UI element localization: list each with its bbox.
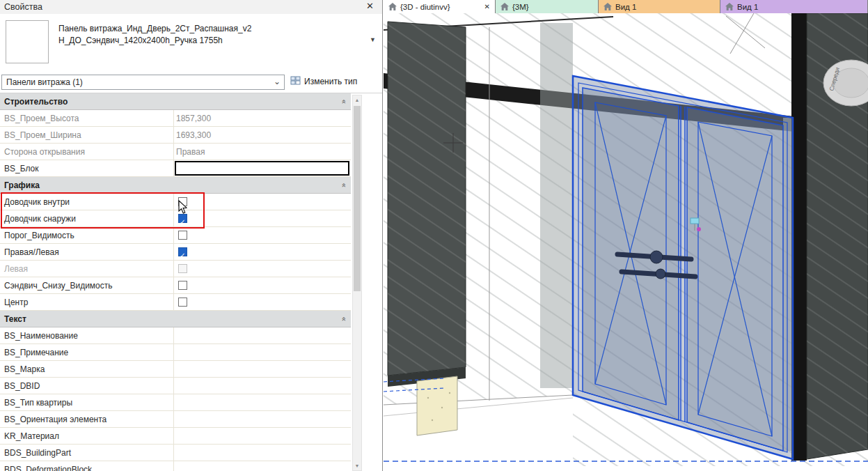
property-value[interactable]: 1693,300 [174, 127, 351, 143]
scrollbar-up-arrow-icon[interactable]: ▲ [353, 95, 361, 105]
property-row[interactable]: BS_Блок [0, 160, 351, 177]
selected-door-panel[interactable] [573, 76, 793, 459]
property-value[interactable] [174, 378, 351, 394]
collapse-chevron-icon[interactable]: » [339, 183, 347, 187]
property-label: Доводчик внутри [0, 194, 174, 210]
application-window: Свойства ✕ Панель витража_Инд_Дверь_2Ст_… [0, 0, 868, 471]
type-dropdown-arrow-icon[interactable]: ▼ [370, 36, 376, 43]
close-properties-icon[interactable]: ✕ [366, 1, 374, 11]
property-label: BDS_DeformationBlock [0, 461, 174, 471]
checkbox-unchecked[interactable] [178, 281, 187, 290]
section-label: Графика [4, 180, 40, 190]
property-value[interactable] [174, 261, 351, 277]
value-text: 1857,300 [176, 110, 211, 123]
property-value[interactable] [174, 227, 351, 243]
property-row[interactable]: BS_Проем_Ширина1693,300 [0, 127, 351, 144]
checkbox-unchecked [178, 264, 187, 273]
section-label: Строительство [4, 97, 68, 107]
property-row[interactable]: BS_Наименование [0, 327, 351, 344]
collapse-chevron-icon[interactable]: » [339, 99, 347, 103]
property-row[interactable]: BDS_BuildingPart [0, 445, 351, 461]
property-label: BS_Тип квартиры [0, 394, 174, 410]
property-value[interactable] [174, 428, 351, 444]
property-value[interactable]: ✓ [174, 244, 351, 260]
property-value[interactable] [174, 194, 351, 210]
view-tab-label: {3М} [512, 3, 529, 11]
section-header[interactable]: Текст» [0, 311, 351, 327]
property-label: Центр [0, 294, 174, 310]
property-value[interactable]: Правая [174, 144, 351, 160]
property-grid: Строительство»BS_Проем_Высота1857,300BS_… [0, 93, 351, 471]
type-name-line1: Панель витража_Инд_Дверь_2Ст_Распашная_v… [58, 23, 361, 35]
property-value[interactable] [174, 445, 351, 461]
bs-blok-input[interactable] [175, 161, 349, 176]
scrollbar-down-arrow-icon[interactable]: ▼ [353, 461, 361, 470]
view-tab-3[interactable]: Вид 1 [599, 0, 720, 13]
property-row[interactable]: BS_Марка [0, 361, 351, 378]
checkbox-checked[interactable]: ✓ [178, 247, 187, 256]
type-thumbnail [6, 20, 49, 63]
property-row[interactable]: BS_Примечание [0, 344, 351, 361]
section-header[interactable]: Графика» [0, 177, 351, 194]
property-label: BS_Примечание [0, 344, 174, 360]
property-value[interactable]: 1857,300 [174, 110, 351, 126]
view-tab-2[interactable]: {3М} [496, 0, 599, 13]
edit-type-label: Изменить тип [304, 77, 357, 86]
properties-title: Свойства [4, 2, 42, 12]
glass-panel-left[interactable] [388, 22, 466, 387]
value-text: 1693,300 [176, 127, 211, 140]
property-value[interactable] [174, 160, 351, 176]
combo-chevron-icon: ⌄ [274, 77, 281, 86]
section-label: Текст [4, 314, 26, 324]
tab-close-icon[interactable]: ✕ [484, 3, 490, 10]
property-row[interactable]: Центр [0, 294, 351, 311]
type-selector[interactable]: Панель витража_Инд_Дверь_2Ст_Распашная_v… [0, 14, 382, 71]
property-row[interactable]: Доводчик снаружи✓ [0, 210, 351, 227]
property-value[interactable] [174, 461, 351, 471]
property-label: BS_Проем_Ширина [0, 127, 174, 143]
property-value[interactable] [174, 344, 351, 360]
property-value[interactable]: ✓ [174, 210, 351, 226]
property-row[interactable]: BS_Тип квартиры [0, 394, 351, 411]
section-header[interactable]: Строительство» [0, 93, 351, 110]
checkbox-unchecked[interactable] [178, 298, 187, 307]
view-tab-4[interactable]: Вид 1 [720, 0, 868, 13]
property-row[interactable]: BS_Проем_Высота1857,300 [0, 110, 351, 127]
property-row[interactable]: BS_DBID [0, 378, 351, 394]
checkbox-unchecked[interactable] [178, 197, 187, 206]
property-value[interactable] [174, 294, 351, 310]
view-tab-1[interactable]: {3D - diutinvv}✕ [384, 0, 496, 13]
edit-type-button[interactable]: Изменить тип [290, 76, 357, 87]
checkbox-checked[interactable]: ✓ [178, 214, 187, 223]
property-row[interactable]: BS_Ориентация элемента [0, 411, 351, 428]
property-row[interactable]: Правая/Левая✓ [0, 244, 351, 261]
element-filter-combobox[interactable]: Панели витража (1) ⌄ [1, 75, 285, 90]
view-tab-bar: {3D - diutinvv}✕{3М}Вид 1Вид 1 [384, 0, 868, 13]
property-value[interactable] [174, 394, 351, 410]
viewport-area: {3D - diutinvv}✕{3М}Вид 1Вид 1 [384, 0, 868, 471]
property-value[interactable] [174, 361, 351, 377]
property-label: BS_Ориентация элемента [0, 411, 174, 427]
property-value[interactable] [174, 277, 351, 293]
properties-scrollbar[interactable]: ▲ ▼ [352, 95, 362, 471]
property-row[interactable]: Сэндвич_Снизу_Видимость [0, 277, 351, 294]
property-value[interactable] [174, 327, 351, 343]
property-row[interactable]: KR_Материал [0, 428, 351, 445]
collapse-chevron-icon[interactable]: » [339, 316, 347, 321]
property-row[interactable]: BDS_DeformationBlock [0, 461, 351, 471]
property-row[interactable]: Сторона открыванияПравая [0, 144, 351, 160]
property-row[interactable]: Порог_Видимость [0, 227, 351, 244]
checkbox-unchecked[interactable] [178, 231, 187, 240]
type-name-line2: Н_ДО_Сэндвич_1420x2400h_Ручка 1755h [58, 35, 361, 47]
property-value[interactable] [174, 411, 351, 427]
home-view-icon [500, 3, 509, 10]
scrollbar-thumb[interactable] [354, 106, 361, 291]
property-row[interactable]: Доводчик внутри [0, 194, 351, 210]
property-label: KR_Материал [0, 428, 174, 444]
property-label: Сэндвич_Снизу_Видимость [0, 277, 174, 293]
3d-viewport[interactable]: Спереди [384, 13, 868, 471]
value-text: Правая [176, 144, 205, 157]
property-row[interactable]: Левая [0, 261, 351, 277]
property-label: BS_Проем_Высота [0, 110, 174, 126]
property-label: Сторона открывания [0, 144, 174, 160]
